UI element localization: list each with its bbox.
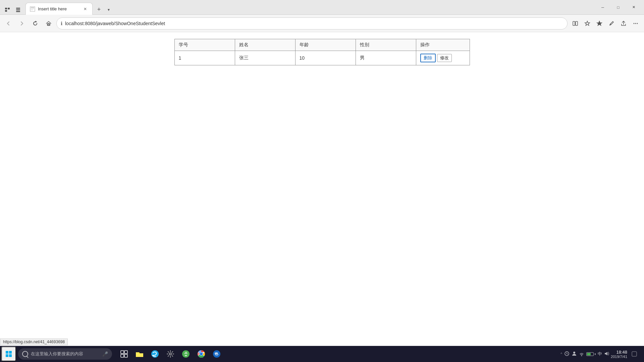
tab-controls — [3, 5, 23, 14]
battery-bar — [586, 352, 594, 356]
table-row: 1 张三 10 男 删除 修改 — [174, 51, 470, 65]
svg-rect-25 — [124, 354, 127, 357]
tab-list-button[interactable] — [13, 5, 23, 14]
minimize-button[interactable]: ─ — [595, 2, 610, 13]
back-button[interactable] — [3, 18, 14, 29]
favorites-button[interactable] — [582, 18, 593, 29]
header-name: 姓名 — [235, 39, 295, 51]
taskbar-app-edge[interactable] — [148, 347, 162, 361]
cell-gender: 男 — [356, 51, 416, 65]
svg-rect-22 — [121, 351, 124, 354]
address-input[interactable] — [65, 21, 563, 26]
taskbar-app-green[interactable] — [178, 347, 193, 361]
active-tab[interactable]: Insert title here ✕ — [25, 3, 93, 15]
svg-rect-8 — [31, 9, 34, 9]
clock-time: 18:48 — [616, 350, 627, 355]
taskbar-app-settings[interactable] — [163, 347, 178, 361]
taskbar-apps — [114, 347, 227, 361]
svg-point-36 — [581, 355, 582, 356]
microphone-icon[interactable]: 🎤 — [102, 351, 108, 357]
page-content: 学号 姓名 年龄 性别 操作 1 张三 10 男 删除 修改 — [0, 32, 644, 362]
header-action: 操作 — [416, 39, 470, 51]
clock[interactable]: 18:48 2019/7/41 — [611, 350, 627, 359]
student-table: 学号 姓名 年龄 性别 操作 1 张三 10 男 删除 修改 — [174, 39, 470, 65]
delete-button[interactable]: 删除 — [420, 54, 436, 62]
title-bar: Insert title here ✕ + ▾ ─ □ ✕ — [0, 0, 644, 15]
address-bar[interactable]: ℹ — [56, 17, 568, 29]
taskbar: 在这里输入你要搜索的内容 🎤 — [0, 346, 644, 362]
taskbar-search-text: 在这里输入你要搜索的内容 — [31, 351, 83, 357]
start-button[interactable] — [1, 347, 16, 361]
svg-point-35 — [573, 352, 575, 354]
svg-rect-2 — [5, 10, 7, 12]
battery-fill — [587, 353, 591, 355]
notification-button[interactable] — [629, 348, 640, 360]
svg-rect-12 — [573, 21, 575, 25]
svg-rect-5 — [16, 11, 20, 12]
svg-point-17 — [637, 23, 638, 24]
svg-rect-37 — [632, 352, 637, 356]
tab-back-button[interactable] — [3, 5, 12, 14]
status-bar: https://blog.csdn.net/41_44693698 — [0, 339, 68, 345]
home-button[interactable] — [43, 18, 54, 29]
taskbar-search[interactable]: 在这里输入你要搜索的内容 🎤 — [18, 348, 112, 360]
svg-point-32 — [200, 353, 203, 355]
tray-icon-network[interactable] — [579, 351, 584, 357]
volume-icon[interactable] — [604, 351, 609, 357]
tab-title: Insert title here — [38, 6, 79, 11]
svg-rect-3 — [16, 8, 20, 9]
search-icon — [22, 351, 28, 357]
svg-rect-20 — [6, 354, 8, 357]
taskbar-app-explorer[interactable] — [132, 347, 147, 361]
info-icon: ℹ — [61, 21, 62, 26]
svg-rect-19 — [9, 351, 12, 354]
tab-favicon — [30, 6, 35, 12]
header-age: 年龄 — [295, 39, 356, 51]
notes-button[interactable] — [606, 18, 617, 29]
svg-rect-1 — [8, 8, 10, 9]
svg-rect-11 — [48, 24, 49, 25]
svg-rect-18 — [6, 351, 8, 354]
tray-icon-1[interactable] — [564, 351, 570, 357]
svg-rect-10 — [47, 23, 50, 25]
more-button[interactable] — [630, 18, 641, 29]
sys-tray: ^ 中 — [560, 351, 609, 357]
tab-close-button[interactable]: ✕ — [82, 6, 88, 12]
svg-rect-7 — [31, 7, 34, 8]
svg-rect-9 — [31, 10, 33, 10]
tray-icon-user[interactable] — [572, 351, 577, 357]
window-controls: ─ □ ✕ — [595, 2, 641, 13]
taskbar-right: ^ 中 — [558, 348, 643, 360]
svg-rect-13 — [576, 21, 578, 25]
battery-indicator[interactable] — [586, 352, 596, 356]
svg-rect-21 — [9, 354, 12, 357]
cell-action: 删除 修改 — [416, 51, 470, 65]
svg-rect-4 — [16, 9, 20, 10]
svg-rect-0 — [5, 8, 7, 9]
refresh-button[interactable] — [30, 18, 41, 29]
header-gender: 性别 — [356, 39, 416, 51]
battery-tip — [595, 353, 596, 355]
new-tab-button[interactable]: + — [94, 4, 104, 14]
favorites-bar-button[interactable] — [594, 18, 605, 29]
svg-point-16 — [635, 23, 636, 24]
share-button[interactable] — [618, 18, 629, 29]
taskbar-app-chrome[interactable] — [194, 347, 209, 361]
svg-rect-23 — [124, 351, 127, 354]
forward-button[interactable] — [16, 18, 28, 29]
tray-expand-button[interactable]: ^ — [560, 352, 562, 356]
close-button[interactable]: ✕ — [626, 2, 641, 13]
header-id: 学号 — [174, 39, 235, 51]
input-method-indicator[interactable]: 中 — [598, 351, 602, 357]
modify-button[interactable]: 修改 — [437, 54, 452, 62]
reading-view-button[interactable] — [570, 18, 581, 29]
tab-dropdown-button[interactable]: ▾ — [104, 5, 113, 14]
svg-point-27 — [169, 353, 171, 355]
nav-right-buttons — [570, 18, 641, 29]
cell-id: 1 — [174, 51, 235, 65]
nav-bar: ℹ — [0, 15, 644, 32]
taskbar-app-blue[interactable] — [209, 347, 224, 361]
taskbar-app-taskview[interactable] — [117, 347, 131, 361]
svg-point-15 — [634, 23, 635, 24]
maximize-button[interactable]: □ — [610, 2, 626, 13]
